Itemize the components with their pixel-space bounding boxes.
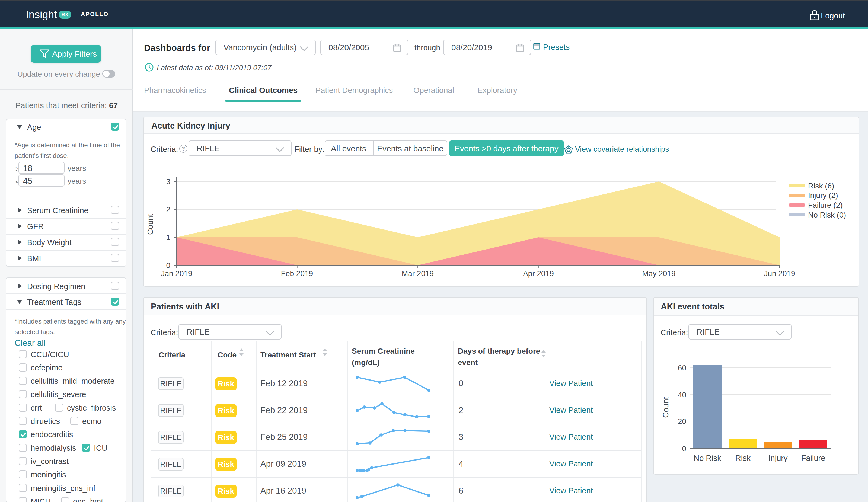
svg-text:2: 2: [166, 205, 170, 214]
svg-text:May 2019: May 2019: [642, 269, 676, 278]
svg-text:No Risk: No Risk: [694, 454, 721, 462]
svg-text:No Risk (0): No Risk (0): [808, 211, 846, 219]
svg-text:40: 40: [678, 390, 686, 399]
svg-text:Count: Count: [661, 397, 670, 418]
svg-text:0: 0: [166, 261, 170, 270]
svg-text:Jan 2019: Jan 2019: [161, 269, 192, 278]
svg-text:Failure (2): Failure (2): [808, 201, 843, 209]
svg-text:20: 20: [678, 417, 686, 426]
svg-text:3: 3: [166, 177, 170, 186]
svg-text:1: 1: [166, 233, 170, 242]
svg-text:Feb 2019: Feb 2019: [281, 269, 313, 278]
svg-text:Injury: Injury: [768, 454, 788, 462]
svg-text:Count: Count: [146, 214, 155, 234]
svg-text:Mar 2019: Mar 2019: [402, 269, 434, 278]
svg-text:Risk (6): Risk (6): [808, 182, 834, 190]
svg-text:Apr 2019: Apr 2019: [523, 269, 554, 278]
svg-text:Jun 2019: Jun 2019: [764, 269, 795, 278]
svg-text:Injury (2): Injury (2): [808, 191, 838, 200]
svg-text:Failure: Failure: [801, 454, 825, 462]
svg-text:Risk: Risk: [735, 454, 751, 462]
svg-text:0: 0: [682, 445, 686, 453]
svg-text:60: 60: [678, 364, 686, 372]
